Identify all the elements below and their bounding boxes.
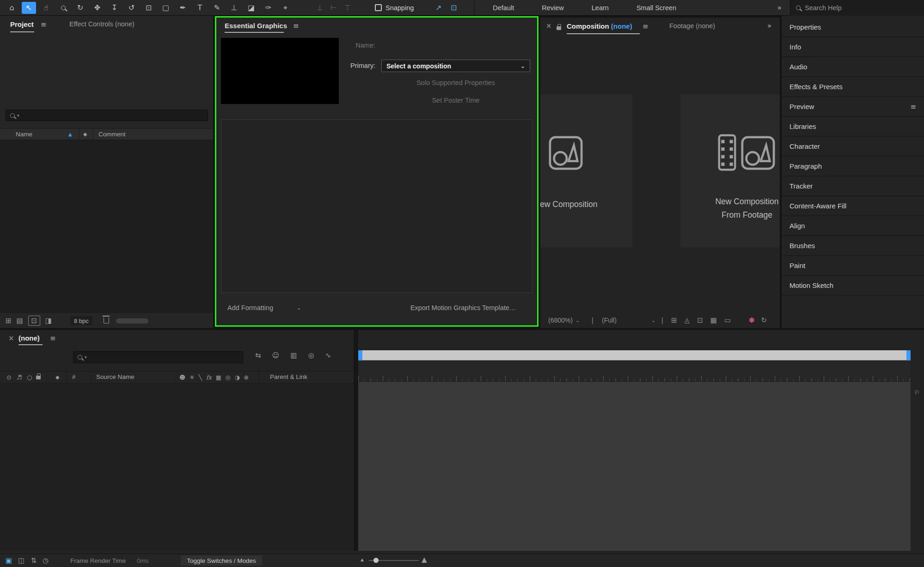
mini-flowchart-icon[interactable]: ⇆	[255, 351, 261, 360]
new-composition-icon[interactable]: ⊡	[28, 316, 40, 326]
workspace-tab-default[interactable]: Default	[479, 0, 528, 16]
search-options-caret-icon[interactable]: ▾	[17, 113, 19, 118]
panel-tab-preview[interactable]: Preview ≡	[782, 97, 924, 117]
new-folder-icon[interactable]: ▤	[17, 313, 23, 329]
solo-icon[interactable]: ○	[27, 372, 32, 383]
region-of-interest-icon[interactable]: ⊡	[697, 316, 703, 324]
project-panel-menu-icon[interactable]: ≡	[41, 20, 47, 29]
sort-ascending-icon[interactable]: ▲	[68, 132, 72, 137]
grid-options-icon[interactable]: ⊞	[671, 316, 677, 324]
bit-depth-button[interactable]: 8 bpc	[70, 316, 92, 325]
project-media-icon[interactable]: ◨	[45, 313, 52, 329]
close-tab-icon[interactable]: ×	[8, 334, 14, 342]
pan-behind-tool-icon[interactable]: ⊡	[141, 2, 156, 14]
panel-tab-effects-presets[interactable]: Effects & Presets	[782, 77, 924, 97]
orbit-camera-tool-icon[interactable]: ↻	[73, 2, 87, 14]
tab-project[interactable]: Project	[10, 20, 34, 28]
layer-list-area[interactable]	[0, 384, 354, 551]
essential-graphics-menu-icon[interactable]: ≡	[293, 22, 299, 30]
essential-properties-list[interactable]	[221, 119, 532, 293]
workspace-tab-small-screen[interactable]: Small Screen	[623, 0, 690, 16]
roto-brush-tool-icon[interactable]: ✑	[261, 2, 275, 14]
panel-menu-icon[interactable]: ≡	[910, 103, 916, 111]
workspace-overflow-button[interactable]: »	[769, 4, 790, 12]
color-management-icon[interactable]: ✽	[749, 316, 755, 324]
pen-tool-icon[interactable]: ✒	[176, 2, 190, 14]
reset-exposure-icon[interactable]: ↻	[761, 316, 767, 324]
workspace-tab-learn[interactable]: Learn	[578, 0, 623, 16]
world-axis-mode-icon[interactable]: ⊢	[328, 2, 340, 14]
frame-blending-icon[interactable]: ▥	[290, 351, 297, 360]
panel-tab-brushes[interactable]: Brushes	[782, 236, 924, 256]
snapping-checkbox[interactable]	[375, 4, 382, 11]
workspace-tab-review[interactable]: Review	[528, 0, 578, 16]
view-axis-mode-icon[interactable]: ⊤	[342, 2, 354, 14]
adjustment-switch-icon[interactable]: ◑	[234, 374, 239, 381]
snap-align-icon[interactable]: ↗	[432, 2, 445, 14]
graph-editor-icon[interactable]: ∿	[325, 351, 331, 360]
home-icon[interactable]: ⌂	[5, 2, 19, 14]
delete-item-icon[interactable]	[104, 317, 109, 325]
transfer-controls-pane-icon[interactable]: ◫	[18, 556, 24, 565]
hand-tool-icon[interactable]: ☝	[39, 2, 53, 14]
eraser-tool-icon[interactable]: ◪	[244, 2, 258, 14]
panel-tab-audio[interactable]: Audio	[782, 57, 924, 77]
close-tab-icon[interactable]: ×	[546, 22, 552, 30]
quality-switch-icon[interactable]: ╲	[199, 374, 202, 381]
motion-blur-icon[interactable]: ◎	[308, 351, 314, 360]
primary-composition-dropdown[interactable]: Select a composition ⌄	[381, 60, 530, 72]
motion-blur-switch-icon[interactable]: ◎	[226, 374, 231, 381]
timeline-zoom-slider[interactable]	[369, 560, 419, 561]
panel-tab-paragraph[interactable]: Paragraph	[782, 157, 924, 177]
snap-box-icon[interactable]: ⊡	[447, 2, 460, 14]
search-help-field[interactable]	[790, 0, 924, 16]
layer-switches-pane-icon[interactable]: ▣	[6, 556, 12, 565]
snapping-control[interactable]: Snapping	[375, 4, 414, 12]
panel-tab-info[interactable]: Info	[782, 37, 924, 57]
clone-stamp-tool-icon[interactable]: ⊥	[227, 2, 241, 14]
audio-icon[interactable]: ♬	[17, 372, 22, 383]
label-color-column-icon[interactable]: ◆	[55, 372, 59, 383]
lock-icon[interactable]	[557, 24, 561, 31]
time-tick-strip[interactable]	[358, 360, 911, 382]
chevron-down-icon[interactable]: ⌄	[297, 305, 301, 311]
zoom-slider-knob[interactable]	[373, 558, 379, 563]
panel-tab-align[interactable]: Align	[782, 216, 924, 236]
zoom-tool-icon[interactable]	[56, 2, 70, 14]
dolly-camera-tool-icon[interactable]: ↧	[107, 2, 122, 14]
search-help-input[interactable]	[805, 4, 918, 12]
lock-icon[interactable]	[36, 372, 41, 383]
label-color-column-icon[interactable]: ◆	[83, 131, 87, 137]
panel-tab-paint[interactable]: Paint	[782, 256, 924, 276]
panel-tab-properties[interactable]: Properties	[782, 18, 924, 37]
zoom-in-mountain-icon[interactable]: ▲	[422, 555, 427, 564]
shy-layers-icon[interactable]: ☺	[272, 351, 280, 360]
export-motion-graphics-template-button[interactable]: Export Motion Graphics Template…	[371, 304, 556, 311]
column-comment[interactable]: Comment	[98, 131, 126, 138]
panel-tab-character[interactable]: Character	[782, 137, 924, 157]
magnification-dropdown[interactable]: (6800%) ⌄	[548, 312, 580, 328]
puppet-pin-tool-icon[interactable]: ⌖	[278, 2, 293, 14]
new-composition-from-footage-button[interactable]: New Composition From Footage	[680, 95, 780, 247]
search-options-caret-icon[interactable]: ▾	[85, 355, 87, 360]
inout-pane-icon[interactable]: ⇅	[31, 556, 37, 565]
video-eye-icon[interactable]: ⊙	[6, 372, 12, 383]
tab-footage[interactable]: Footage (none)	[669, 22, 715, 30]
local-axis-mode-icon[interactable]: ⊥	[314, 2, 326, 14]
toggle-switches-modes-button[interactable]: Toggle Switches / Modes	[181, 555, 262, 566]
shy-switch-icon[interactable]: ☻	[179, 374, 185, 381]
composition-panel-menu-icon[interactable]: ≡	[643, 22, 649, 30]
timeline-scroll-strip[interactable]: ⚐	[911, 350, 924, 551]
brush-tool-icon[interactable]: ✎	[210, 2, 224, 14]
column-parent-link[interactable]: Parent & Link	[270, 373, 307, 380]
work-area-start-handle[interactable]	[358, 350, 362, 360]
mask-visibility-icon[interactable]: ◬	[685, 316, 690, 324]
solo-supported-properties-button[interactable]: Solo Supported Properties	[381, 79, 530, 86]
comp-marker-bin-icon[interactable]: ⚐	[914, 389, 920, 396]
column-name[interactable]: Name	[16, 131, 32, 138]
column-source-name[interactable]: Source Name	[96, 373, 135, 380]
work-area-end-handle[interactable]	[906, 350, 911, 360]
screen-layout-icon[interactable]: ▭	[724, 316, 731, 324]
tab-effect-controls[interactable]: Effect Controls (none)	[69, 20, 135, 28]
pan-camera-tool-icon[interactable]: ✥	[90, 2, 104, 14]
